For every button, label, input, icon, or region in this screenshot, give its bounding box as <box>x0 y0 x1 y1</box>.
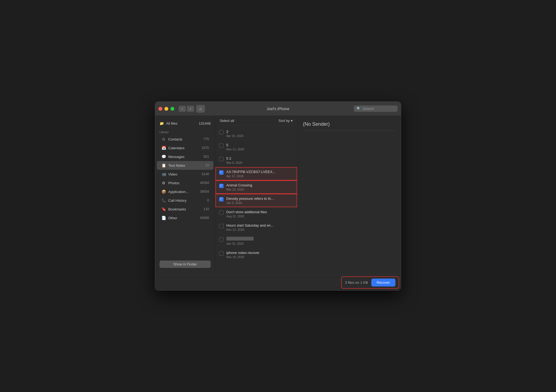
contacts-count: 775 <box>204 137 209 141</box>
sort-by-label: Sort by <box>279 119 290 123</box>
select-all-button[interactable]: Select all <box>220 119 234 123</box>
file-name: A3-78VFPB-VZCBS7-LVEEX... <box>226 170 293 174</box>
file-date: Nov 10, 2020 <box>226 255 293 259</box>
sender-label: (No Sender) <box>303 121 395 127</box>
list-item[interactable]: A3-78VFPB-VZCBS7-LVEEX... Apr 17, 2018 <box>215 167 297 180</box>
sidebar-item-label: Photos <box>168 181 179 185</box>
sidebar-item-contacts[interactable]: ⊙ Contacts 775 <box>157 135 213 144</box>
file-date: Mar 8, 2020 <box>226 161 293 164</box>
list-item[interactable]: Hours start Saturday and en... Nov 12, 2… <box>215 221 297 234</box>
list-item[interactable]: Animal Crossing Mar 23, 2020 <box>215 180 297 194</box>
messages-count: 921 <box>204 155 209 159</box>
file-checkbox[interactable] <box>219 251 224 256</box>
file-name: 5 2 <box>226 156 293 160</box>
calendars-icon: 📅 <box>161 145 166 150</box>
all-files-item[interactable]: 📁 All files 131446 <box>155 119 215 128</box>
file-name: 5 <box>226 143 293 147</box>
photos-icon: ✿ <box>161 180 166 185</box>
files-info: 3 files on 1 KB <box>345 280 368 285</box>
divider <box>303 130 395 131</box>
photos-count: 40584 <box>200 181 209 185</box>
right-pane: (No Sender) <box>297 116 401 274</box>
contacts-icon: ⊙ <box>161 137 166 142</box>
sidebar-item-label: Call History <box>168 198 186 203</box>
back-button[interactable]: ‹ <box>179 106 186 112</box>
all-files-icon: 📁 <box>160 121 164 125</box>
sidebar-item-call-history[interactable]: 📞 Call History 0 <box>157 196 213 205</box>
bottom-bar: 3 files on 1 KB Recover <box>342 277 399 288</box>
list-item[interactable]: 5 Nov 11, 2020 <box>215 140 297 154</box>
close-button[interactable] <box>158 107 162 111</box>
applications-icon: 📦 <box>161 189 166 194</box>
sidebar-item-label: Calendars <box>168 146 184 150</box>
list-item[interactable]: 2 Apr 10, 2020 <box>215 127 297 140</box>
titlebar: ‹ › ⌂ Joel's iPhone 🔍 Search <box>155 102 401 116</box>
list-item[interactable]: Density pressure refers to th... Jan 6, … <box>215 194 297 207</box>
list-item[interactable]: 5 2 Mar 8, 2020 <box>215 154 297 167</box>
window-title: Joel's iPhone <box>267 107 289 111</box>
sidebar-item-other[interactable]: 📄 Other 40068 <box>157 213 213 222</box>
search-bar[interactable]: 🔍 Search <box>354 106 398 112</box>
text-notes-icon: 📋 <box>161 163 166 168</box>
file-checkbox[interactable] <box>219 184 224 188</box>
show-in-finder-button[interactable]: Show in Finder <box>160 261 211 268</box>
sidebar-item-photos[interactable]: ✿ Photos 40584 <box>157 179 213 187</box>
sidebar-item-label: Bookmarks <box>168 207 186 211</box>
redacted-content <box>226 237 254 241</box>
sidebar: 📁 All files 131446 Library ⊙ Contacts 77… <box>155 116 215 274</box>
file-date: Jan 31, 2020 <box>226 242 293 245</box>
sort-by-chevron-icon: ▾ <box>291 119 293 123</box>
file-date: Nov 12, 2020 <box>226 228 293 231</box>
sidebar-item-applications[interactable]: 📦 Application... 39554 <box>157 187 213 196</box>
file-name: Animal Crossing <box>226 183 293 187</box>
sidebar-item-text-notes[interactable]: 📋 Text Notes 33 <box>157 161 213 170</box>
file-date: Aug 22, 2020 <box>226 215 293 218</box>
bookmarks-count: 133 <box>204 207 209 211</box>
forward-button[interactable]: › <box>187 106 194 112</box>
sidebar-item-calendars[interactable]: 📅 Calendars 3370 <box>157 144 213 152</box>
file-checkbox[interactable] <box>219 224 224 228</box>
file-name: iphone notes recover <box>226 251 293 255</box>
list-item[interactable]: iphone notes recover Nov 10, 2020 <box>215 248 297 261</box>
sidebar-footer: Show in Finder <box>155 257 215 271</box>
file-checkbox[interactable] <box>219 237 224 242</box>
file-checkbox[interactable] <box>219 197 224 201</box>
calendars-count: 3370 <box>202 146 209 150</box>
home-button[interactable]: ⌂ <box>196 105 205 113</box>
sidebar-item-video[interactable]: 📹 Video 6140 <box>157 170 213 179</box>
bookmarks-icon: 🔖 <box>161 207 166 212</box>
sidebar-item-messages[interactable]: 💬 Messages 921 <box>157 152 213 161</box>
search-icon: 🔍 <box>357 107 361 111</box>
file-name: Density pressure refers to th... <box>226 197 293 201</box>
file-checkbox[interactable] <box>219 130 224 134</box>
traffic-lights <box>158 107 174 111</box>
maximize-button[interactable] <box>170 107 174 111</box>
recover-button[interactable]: Recover <box>371 279 395 286</box>
file-checkbox[interactable] <box>219 157 224 161</box>
file-checkbox[interactable] <box>219 144 224 148</box>
sidebar-item-label: Other <box>168 216 177 220</box>
minimize-button[interactable] <box>164 107 168 111</box>
library-section-label: Library <box>155 128 215 135</box>
file-list: 2 Apr 10, 2020 5 Nov 11, 2020 <box>215 126 297 274</box>
sidebar-item-label: Text Notes <box>168 163 185 168</box>
all-files-label: All files <box>166 121 177 125</box>
list-item[interactable]: Jan 31, 2020 <box>215 234 297 248</box>
sidebar-item-label: Contacts <box>168 137 182 141</box>
file-date: Nov 11, 2020 <box>226 148 293 151</box>
sidebar-item-bookmarks[interactable]: 🔖 Bookmarks 133 <box>157 205 213 213</box>
sidebar-item-label: Application... <box>168 190 189 194</box>
sort-by-button[interactable]: Sort by ▾ <box>279 119 293 123</box>
file-checkbox[interactable] <box>219 210 224 215</box>
call-history-icon: 📞 <box>161 198 166 203</box>
file-checkbox[interactable] <box>219 170 224 175</box>
call-history-count: 0 <box>207 198 209 202</box>
file-name <box>226 237 293 241</box>
other-icon: 📄 <box>161 215 166 220</box>
main-content: 📁 All files 131446 Library ⊙ Contacts 77… <box>155 116 401 274</box>
file-date: Apr 17, 2018 <box>226 174 293 178</box>
applications-count: 39554 <box>200 190 209 194</box>
sidebar-item-label: Messages <box>168 155 184 159</box>
file-name: Hours start Saturday and en... <box>226 223 293 227</box>
list-item[interactable]: Don't store additional files Aug 22, 202… <box>215 207 297 221</box>
